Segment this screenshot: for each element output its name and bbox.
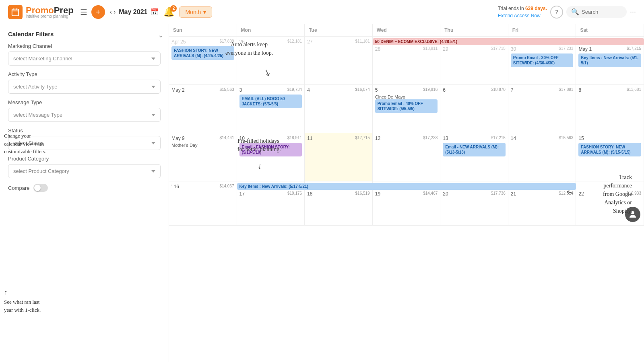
event-promo-email-40off[interactable]: Promo Email - 40% OFF SITEWIDE: (5/5-5/5… <box>375 99 438 113</box>
sidebar-toggle[interactable]: ⌄ <box>158 31 164 39</box>
cell-28: 28$18,911 <box>373 37 441 85</box>
product-category-group: Product Category select Product Category <box>8 156 161 178</box>
week-3: May 9$14,441 Mother's Day 10$18,911 Emai… <box>169 133 644 181</box>
activity-type-group: Activity Type select Activity Type <box>8 71 161 94</box>
next-arrow[interactable]: › <box>114 8 116 16</box>
bell-wrap[interactable]: 🔔 2 <box>163 7 174 17</box>
event-email-bogo-50[interactable]: EMAIL (ALL) BOGO 50 JACKETS: (5/3-5/3) <box>239 95 302 108</box>
user-avatar[interactable] <box>625 207 640 222</box>
sidebar: ⌄ Calendar Filters Marketing Channel sel… <box>0 24 169 362</box>
product-category-select[interactable]: select Product Category <box>8 164 161 178</box>
chevron-down-icon: ▾ <box>203 9 206 15</box>
month-label: May 2021 <box>119 8 147 16</box>
compare-row: Compare <box>8 184 161 192</box>
nav-arrows: ‹ › <box>110 8 116 16</box>
day-header-tue: Tue <box>305 24 373 36</box>
event-email-new-arrivals-513[interactable]: Email - NEW ARRIVALS (M): (5/13-5/13) <box>443 143 506 156</box>
cell-26: 26$12,181 <box>237 37 305 85</box>
toggle-thumb <box>34 185 41 191</box>
add-button[interactable]: + <box>91 5 105 19</box>
cell-15: 15 FASHION STORY: NEW ARRIVALS (M): (5/1… <box>576 133 644 181</box>
cell-10: 10$18,911 Email - FASHION STORY: (5/10-5… <box>237 133 305 181</box>
svg-rect-0 <box>12 9 19 15</box>
day-header-fri: Fri <box>508 24 576 36</box>
event-fashion-story-515[interactable]: FASHION STORY: NEW ARRIVALS (M): (5/15-5… <box>578 143 641 156</box>
week-4-cells: ' 16$14,067 17$19,176 18$16,519 19$14,46… <box>169 181 644 226</box>
main-content: ⌄ Calendar Filters Marketing Channel sel… <box>0 24 644 362</box>
event-email-fashion-story-510[interactable]: Email - FASHION STORY: (5/10-5/10) <box>239 143 302 156</box>
week-3-cells: May 9$14,441 Mother's Day 10$18,911 Emai… <box>169 133 644 181</box>
cell-21: 21$12,514 <box>508 181 576 226</box>
more-options-icon[interactable]: ··· <box>630 8 636 16</box>
day-header-wed: Wed <box>373 24 441 36</box>
holiday-mothers-day: Mother's Day <box>171 143 234 148</box>
event-key-items-may1[interactable]: Key Items : New Arrivals: (5/1-5/1) <box>578 53 641 67</box>
day-header-mon: Mon <box>237 24 305 36</box>
message-type-group: Message Type select Message Type <box>8 99 161 122</box>
search-input[interactable] <box>582 9 622 15</box>
month-view-button[interactable]: Month ▾ <box>179 6 212 18</box>
cell-8: 8$13,681 <box>576 85 644 133</box>
cell-5: 5$19,816 Cinco De Mayo Promo Email - 40%… <box>373 85 441 133</box>
cell-29: 29$17,715 <box>440 37 508 85</box>
marketing-channel-select[interactable]: select Marketing Channel <box>8 51 161 66</box>
calendar-icon: 📅 <box>151 8 159 16</box>
week-2-cells: May 2$15,563 3$19,734 EMAIL (ALL) BOGO 5… <box>169 85 644 133</box>
status-group: Status select Status <box>8 128 161 150</box>
filters-title: Calendar Filters <box>8 31 161 37</box>
cell-22: 22$16,933 <box>576 181 644 226</box>
day-header-thu: Thu <box>440 24 508 36</box>
logo-subtitle: intuitive promo planning <box>26 14 74 19</box>
status-select[interactable]: select Status <box>8 136 161 150</box>
day-header-sun: Sun <box>169 24 237 36</box>
week-2: May 2$15,563 3$19,734 EMAIL (ALL) BOGO 5… <box>169 85 644 133</box>
bell-badge: 2 <box>170 5 177 12</box>
cell-16: ' 16$14,067 <box>169 181 237 226</box>
cell-18: 18$16,519 <box>305 181 373 226</box>
hamburger-menu[interactable]: ☰ <box>80 7 87 17</box>
logo-area: PromoPrep intuitive promo planning <box>8 5 74 19</box>
marketing-channel-group: Marketing Channel select Marketing Chann… <box>8 43 161 66</box>
cell-may9: May 9$14,441 Mother's Day <box>169 133 237 181</box>
cell-13: 13$17,215 Email - NEW ARRIVALS (M): (5/1… <box>440 133 508 181</box>
cell-6: 6$18,870 <box>440 85 508 133</box>
product-category-label: Product Category <box>8 156 161 162</box>
help-button[interactable]: ? <box>550 6 563 19</box>
cell-17: 17$19,176 <box>237 181 305 226</box>
cell-apr25: Apr 25$17,809 FASHION STORY: NEW ARRIVAL… <box>169 37 237 85</box>
week-1-cells: Apr 25$17,809 FASHION STORY: NEW ARRIVAL… <box>169 37 644 85</box>
trial-area: Trial ends in 639 days. Extend Access No… <box>498 5 547 19</box>
day-headers: Sun Mon Tue Wed Thu Fri Sat <box>169 24 644 37</box>
cell-12: 12$17,233 <box>373 133 441 181</box>
cell-may2: May 2$15,563 <box>169 85 237 133</box>
holiday-cinco-de-mayo: Cinco De Mayo <box>375 95 438 99</box>
svg-point-4 <box>631 211 634 214</box>
annotation-last-year: ↑See what ran lastyear with 1-click. <box>4 287 105 314</box>
search-icon: 🔍 <box>571 8 579 16</box>
calendar-area: Sun Mon Tue Wed Thu Fri Sat 50 DENIM – E… <box>169 24 644 362</box>
activity-type-select[interactable]: select Activity Type <box>8 80 161 94</box>
compare-label: Compare <box>8 185 29 191</box>
cell-4: 4$16,074 <box>305 85 373 133</box>
prev-arrow[interactable]: ‹ <box>110 8 112 16</box>
cell-may1: May 1$17,215 Key Items : New Arrivals: (… <box>576 37 644 85</box>
cell-14: 14$15,563 <box>508 133 576 181</box>
extend-access-link[interactable]: Extend Access Now <box>498 12 547 19</box>
event-fashion-story-apr25[interactable]: FASHION STORY: NEW ARRIVALS (M): (4/25-4… <box>171 46 234 60</box>
cell-19: 19$14,467 <box>373 181 441 226</box>
status-label: Status <box>8 128 161 134</box>
cell-11: 11$17,715 <box>305 133 373 181</box>
week-1: 50 DENIM – ECOMM EXCLUSIVE: (4/28-5/1) A… <box>169 37 644 85</box>
marketing-channel-label: Marketing Channel <box>8 43 161 49</box>
compare-toggle[interactable] <box>33 184 48 192</box>
cell-7: 7$17,891 <box>508 85 576 133</box>
event-promo-email-apr30[interactable]: Promo Email - 30% OFF SITEWIDE: (4/30-4/… <box>511 53 574 67</box>
logo-icon <box>8 5 23 19</box>
search-box[interactable]: 🔍 <box>566 6 627 18</box>
activity-type-label: Activity Type <box>8 71 161 77</box>
message-type-select[interactable]: select Message Type <box>8 108 161 122</box>
cell-27: 27$11,181 <box>305 37 373 85</box>
day-header-sat: Sat <box>576 24 644 36</box>
header: PromoPrep intuitive promo planning ☰ + ‹… <box>0 0 644 24</box>
cell-30: 30$17,233 Promo Email - 30% OFF SITEWIDE… <box>508 37 576 85</box>
